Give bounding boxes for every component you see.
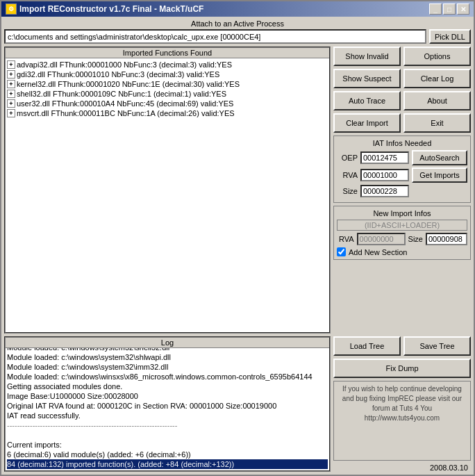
title-bar-controls: _ □ ✕ — [429, 3, 469, 15]
close-button[interactable]: ✕ — [457, 3, 469, 15]
size-label: Size — [337, 187, 358, 195]
rva-input[interactable] — [360, 169, 409, 181]
process-input[interactable] — [4, 29, 426, 44]
bottom-section: Log Module loaded: c:\windows\system32\s… — [4, 336, 471, 472]
window-body: Attach to an Active Process Pick DLL Imp… — [1, 17, 474, 475]
log-line[interactable]: Module loaded: c:\windows\system32\imm32… — [7, 362, 328, 372]
fix-dump-row: Fix Dump — [333, 359, 471, 378]
loader-label: (IID+ASCII+LOADER) — [337, 220, 467, 231]
options-button[interactable]: Options — [403, 47, 471, 66]
iat-infos-section: IAT Infos Needed OEP AutoSearch RVA Get … — [333, 136, 471, 203]
tree-item[interactable]: +kernel32.dll FThunk:00001020 NbFunc:1E … — [7, 79, 328, 89]
tree-view[interactable]: +advapi32.dll FThunk:00001000 NbFunc:3 (… — [6, 58, 329, 332]
main-content: Imported Functions Found +advapi32.dll F… — [4, 47, 471, 334]
log-line[interactable]: 6 (decimal:6) valid module(s) (added: +6… — [7, 450, 328, 459]
attach-label: Attach to an Active Process — [4, 19, 471, 28]
tree-expand-icon[interactable]: + — [7, 90, 15, 98]
new-import-title: New Import Infos — [337, 209, 467, 218]
log-line[interactable]: Original IAT RVA found at: 0000120C in S… — [7, 401, 328, 411]
add-new-section-checkbox[interactable] — [337, 247, 346, 256]
main-window: ⚙ Import REConstructor v1.7c Final - Mac… — [0, 0, 475, 476]
save-tree-button[interactable]: Save Tree — [403, 336, 471, 356]
log-line[interactable]: Module loaded: c:\windows\system32\shlwa… — [7, 352, 328, 362]
fix-dump-button[interactable]: Fix Dump — [333, 359, 471, 378]
clear-import-button[interactable]: Clear Import — [333, 113, 401, 133]
show-suspect-button[interactable]: Show Suspect — [333, 69, 401, 88]
add-new-section-label: Add New Section — [349, 248, 407, 256]
left-panel: Imported Functions Found +advapi32.dll F… — [4, 47, 331, 334]
oep-input[interactable] — [360, 151, 409, 164]
log-line[interactable]: IAT read successfully. — [7, 411, 328, 420]
imported-functions-title: Imported Functions Found — [6, 48, 329, 58]
tree-item[interactable]: +gdi32.dll FThunk:00001010 NbFunc:3 (dec… — [7, 69, 328, 79]
new-import-section: New Import Infos (IID+ASCII+LOADER) RVA … — [333, 206, 471, 260]
log-line[interactable]: ----------------------------------------… — [7, 420, 328, 430]
tree-expand-icon[interactable]: + — [7, 60, 15, 69]
title-bar: ⚙ Import REConstructor v1.7c Final - Mac… — [1, 1, 474, 17]
tree-expand-icon[interactable]: + — [7, 109, 15, 117]
new-section-row: Add New Section — [337, 247, 467, 256]
tree-buttons: Load Tree Save Tree — [333, 336, 471, 356]
exit-button[interactable]: Exit — [403, 113, 471, 133]
log-line[interactable]: Image Base:U1000000 Size:00028000 — [7, 391, 328, 401]
minimize-button[interactable]: _ — [429, 3, 442, 15]
log-line[interactable] — [7, 430, 328, 440]
autosearch-button[interactable]: AutoSearch — [412, 150, 467, 165]
tree-item[interactable]: +msvcrt.dll FThunk:000011BC NbFunc:1A (d… — [7, 108, 328, 118]
maximize-button[interactable]: □ — [443, 3, 456, 15]
load-tree-button[interactable]: Load Tree — [333, 336, 401, 356]
tree-item[interactable]: +shell32.dll FThunk:0000109C NbFunc:1 (d… — [7, 89, 328, 99]
tree-expand-icon[interactable]: + — [7, 70, 15, 79]
log-line[interactable]: Module loaded: c:\windows\winsxs\x86_mic… — [7, 372, 328, 381]
tree-item-label: msvcrt.dll FThunk:000011BC NbFunc:1A (de… — [17, 109, 235, 117]
action-buttons: Show Invalid Options Show Suspect Clear … — [333, 47, 471, 133]
tree-item[interactable]: +advapi32.dll FThunk:00001000 NbFunc:3 (… — [7, 60, 328, 69]
clear-log-button[interactable]: Clear Log — [403, 69, 471, 88]
tree-item-label: shell32.dll FThunk:0000109C NbFunc:1 (de… — [17, 90, 226, 98]
tree-item-label: gdi32.dll FThunk:00001010 NbFunc:3 (deci… — [17, 70, 219, 79]
tree-item-label: kernel32.dll FThunk:00001020 NbFunc:1E (… — [17, 80, 240, 88]
info-box: If you wish to help continue developing … — [333, 381, 471, 461]
attach-row: Pick DLL — [4, 29, 471, 44]
auto-trace-button[interactable]: Auto Trace — [333, 91, 401, 110]
log-line[interactable]: Current imports: — [7, 440, 328, 450]
app-icon: ⚙ — [6, 3, 17, 15]
tree-item-label: advapi32.dll FThunk:00001000 NbFunc:3 (d… — [17, 60, 232, 69]
size-row: Size — [337, 185, 467, 197]
show-invalid-button[interactable]: Show Invalid — [333, 47, 401, 66]
oep-row: OEP AutoSearch — [337, 150, 467, 165]
log-panel: Log Module loaded: c:\windows\system32\s… — [4, 336, 331, 472]
title-bar-left: ⚙ Import REConstructor v1.7c Final - Mac… — [6, 3, 203, 15]
right-bottom-panel: Load Tree Save Tree Fix Dump If you wish… — [333, 336, 471, 472]
iat-infos-title: IAT Infos Needed — [337, 139, 467, 147]
new-import-rva-label: RVA — [337, 235, 354, 243]
imported-functions-box: Imported Functions Found +advapi32.dll F… — [4, 47, 331, 334]
new-import-size-input[interactable] — [426, 233, 467, 245]
pick-dll-button[interactable]: Pick DLL — [429, 29, 471, 44]
get-imports-button[interactable]: Get Imports — [412, 167, 467, 183]
right-panel: Show Invalid Options Show Suspect Clear … — [333, 47, 471, 334]
tree-expand-icon[interactable]: + — [7, 80, 15, 88]
log-line[interactable]: 84 (decimal:132) imported function(s). (… — [7, 459, 328, 469]
rva-row: RVA Get Imports — [337, 167, 467, 183]
about-button[interactable]: About — [403, 91, 471, 110]
attach-section: Attach to an Active Process Pick DLL — [4, 19, 471, 44]
size-input[interactable] — [360, 185, 409, 197]
window-title: Import REConstructor v1.7c Final - MackT… — [19, 4, 203, 14]
oep-label: OEP — [337, 154, 358, 162]
date-label: 2008.03.10 — [333, 463, 471, 472]
tree-expand-icon[interactable]: + — [7, 99, 15, 108]
log-line[interactable]: Getting associated modules done. — [7, 381, 328, 391]
rva-label: RVA — [337, 171, 358, 179]
log-title: Log — [6, 338, 329, 348]
tree-item-label: user32.dll FThunk:000010A4 NbFunc:45 (de… — [17, 99, 233, 108]
log-content[interactable]: Module loaded: c:\windows\system32\shell… — [6, 348, 329, 470]
new-import-rva-row: RVA Size — [337, 233, 467, 245]
new-import-size-label: Size — [408, 235, 423, 243]
tree-item[interactable]: +user32.dll FThunk:000010A4 NbFunc:45 (d… — [7, 99, 328, 108]
new-import-rva-input[interactable] — [357, 233, 406, 245]
